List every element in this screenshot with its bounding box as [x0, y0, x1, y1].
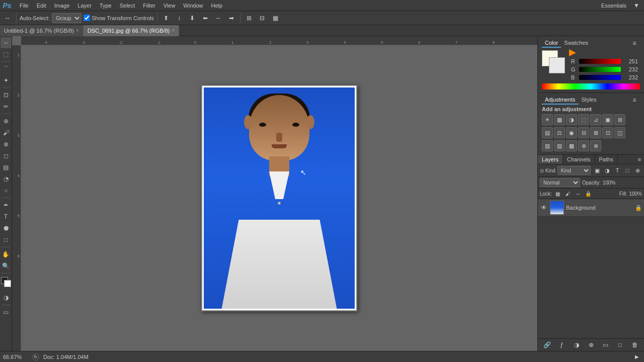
status-arrow-btn[interactable]: ▶ — [633, 353, 641, 361]
align-left-icon[interactable]: ⬅ — [200, 13, 211, 24]
shape-tool[interactable]: □ — [1, 234, 12, 245]
layers-tab[interactable]: Layers — [538, 155, 563, 164]
layer-background[interactable]: 👁 Background 🔒 — [538, 199, 644, 217]
brush-tool[interactable]: 🖌 — [1, 127, 12, 138]
eyedropper-tool[interactable]: ✏ — [1, 101, 12, 112]
colorlookup-adj[interactable]: ⊟ — [578, 127, 589, 138]
doc-tab-dsc-close[interactable]: × — [172, 28, 175, 33]
layer-visibility-btn[interactable]: 👁 — [540, 204, 548, 212]
kind-filter-dropdown[interactable]: Kind — [557, 166, 591, 175]
pattern-adj[interactable]: ⊗ — [590, 140, 601, 151]
doc-tab-untitled-close[interactable]: × — [76, 28, 79, 33]
color-tab[interactable]: Color — [542, 39, 561, 48]
background-color[interactable] — [4, 280, 11, 287]
new-adjustment-btn[interactable]: ⊕ — [587, 340, 596, 349]
posterize-adj[interactable]: ⊡ — [602, 127, 613, 138]
doc-tab-dsc[interactable]: DSC_0691.jpg @ 66.7% (RGB/8) × — [84, 25, 179, 36]
menu-select[interactable]: Select — [116, 2, 139, 10]
filter-pixel-btn[interactable]: ▣ — [593, 166, 602, 175]
layer-link-btn[interactable]: 🔗 — [543, 340, 552, 349]
essentials-dropdown-icon[interactable]: ▼ — [631, 0, 642, 11]
threshold-adj[interactable]: ◫ — [614, 127, 625, 138]
channels-tab[interactable]: Channels — [563, 155, 595, 164]
canvas-area[interactable]: -4 -3 -2 -1 0 1 2 3 4 5 6 7 8 1 2 3 4 5 … — [12, 36, 537, 351]
align-right-icon[interactable]: ➡ — [226, 13, 237, 24]
exposure-adj[interactable]: ⬚ — [578, 114, 589, 125]
paths-tab[interactable]: Paths — [595, 155, 618, 164]
new-layer-btn[interactable]: □ — [616, 340, 625, 349]
lock-transparent-btn[interactable]: ▦ — [554, 190, 562, 198]
magic-wand-tool[interactable]: ✦ — [1, 75, 12, 86]
blend-mode-select[interactable]: Normal Multiply Screen Overlay — [540, 178, 580, 187]
menu-layer[interactable]: Layer — [74, 2, 95, 10]
color-spectrum-arrow[interactable] — [569, 49, 576, 56]
lasso-tool[interactable]: ⌒ — [1, 63, 12, 74]
lock-position-btn[interactable]: ↔ — [574, 190, 582, 198]
menu-edit[interactable]: Edit — [33, 2, 50, 10]
align-top-icon[interactable]: ⬆ — [160, 13, 172, 24]
adjustments-menu[interactable]: ≡ — [629, 95, 640, 106]
filter-shape-btn[interactable]: □ — [623, 166, 632, 175]
photofilter-adj[interactable]: ⚖ — [554, 127, 565, 138]
filter-smart-btn[interactable]: ⊕ — [633, 166, 642, 175]
solidcolor-adj[interactable]: ▩ — [566, 140, 577, 151]
channelmixer-adj[interactable]: ◉ — [566, 127, 577, 138]
colorbalance-adj[interactable]: ⊞ — [614, 114, 625, 125]
screen-mode-btn[interactable]: ▭ — [1, 307, 12, 318]
align-hcenter-icon[interactable]: ↔ — [213, 13, 224, 24]
menu-filter[interactable]: Filter — [139, 2, 158, 10]
vibrance-adj[interactable]: ⊿ — [590, 114, 601, 125]
clone-tool[interactable]: ⊗ — [1, 139, 12, 150]
move-tool[interactable]: ↔ — [1, 37, 12, 48]
distribute2-icon[interactable]: ⊟ — [257, 13, 268, 24]
curves-adj[interactable]: ◑ — [566, 114, 577, 125]
gradient-adj[interactable]: ⊕ — [578, 140, 589, 151]
status-refresh-btn[interactable]: ↻ — [32, 353, 39, 360]
gradient-tool[interactable]: ▤ — [1, 162, 12, 173]
text-tool[interactable]: T — [1, 211, 12, 222]
adjustments-tab[interactable]: Adjustments — [542, 96, 579, 105]
bw-adj[interactable]: ▤ — [542, 127, 553, 138]
lock-image-btn[interactable]: 🖌 — [564, 190, 572, 198]
color-spectrum-bar[interactable] — [542, 83, 640, 89]
color-swatch-area[interactable] — [542, 50, 565, 73]
new-group-btn[interactable]: ▭ — [601, 340, 610, 349]
color-swatches[interactable] — [1, 277, 11, 287]
path-tool[interactable]: ⬟ — [1, 223, 12, 234]
doc-tab-untitled[interactable]: Untitled-1 @ 16.7% (RGB/8) × — [0, 25, 84, 36]
zoom-tool[interactable]: 🔍 — [1, 260, 12, 272]
menu-window[interactable]: Window — [180, 2, 206, 10]
arrange-icon[interactable]: ▦ — [270, 13, 281, 24]
brightness-adj[interactable]: ☀ — [542, 114, 553, 125]
align-vcenter-icon[interactable]: ↕ — [174, 13, 185, 24]
menu-image[interactable]: Image — [51, 2, 73, 10]
healing-tool[interactable]: ⊕ — [1, 116, 12, 127]
layer-mask-btn[interactable]: ◑ — [572, 340, 581, 349]
selectivecolor-adj[interactable]: ▧ — [554, 140, 565, 151]
styles-tab[interactable]: Styles — [579, 96, 600, 105]
menu-type[interactable]: Type — [96, 2, 115, 10]
layers-panel-menu[interactable]: ≡ — [635, 155, 644, 164]
menu-help[interactable]: Help — [207, 2, 226, 10]
color-panel-menu[interactable]: ≡ — [629, 38, 640, 49]
blur-tool[interactable]: ◔ — [1, 173, 12, 185]
eraser-tool[interactable]: ◻ — [1, 150, 12, 161]
menu-file[interactable]: File — [16, 2, 32, 10]
show-transform-checkbox[interactable] — [84, 15, 90, 21]
dodge-tool[interactable]: ○ — [1, 185, 12, 196]
distribute-icon[interactable]: ⊞ — [244, 13, 255, 24]
swatches-tab[interactable]: Swatches — [561, 39, 591, 48]
move-tool-icon[interactable]: ↔ — [2, 13, 13, 24]
lock-all-btn[interactable]: 🔒 — [584, 190, 592, 198]
filter-text-btn[interactable]: T — [613, 166, 622, 175]
menu-view[interactable]: View — [160, 2, 179, 10]
align-bottom-icon[interactable]: ⬇ — [187, 13, 198, 24]
background-swatch[interactable] — [549, 57, 565, 73]
levels-adj[interactable]: ▦ — [554, 114, 565, 125]
gradientmap-adj[interactable]: ▨ — [542, 140, 553, 151]
selection-tool[interactable]: ⬚ — [1, 49, 12, 60]
hsl-adj[interactable]: ▣ — [602, 114, 613, 125]
hand-tool[interactable]: ✋ — [1, 249, 12, 260]
layer-fx-btn[interactable]: ƒ — [557, 340, 567, 349]
invert-adj[interactable]: ⊠ — [590, 127, 601, 138]
